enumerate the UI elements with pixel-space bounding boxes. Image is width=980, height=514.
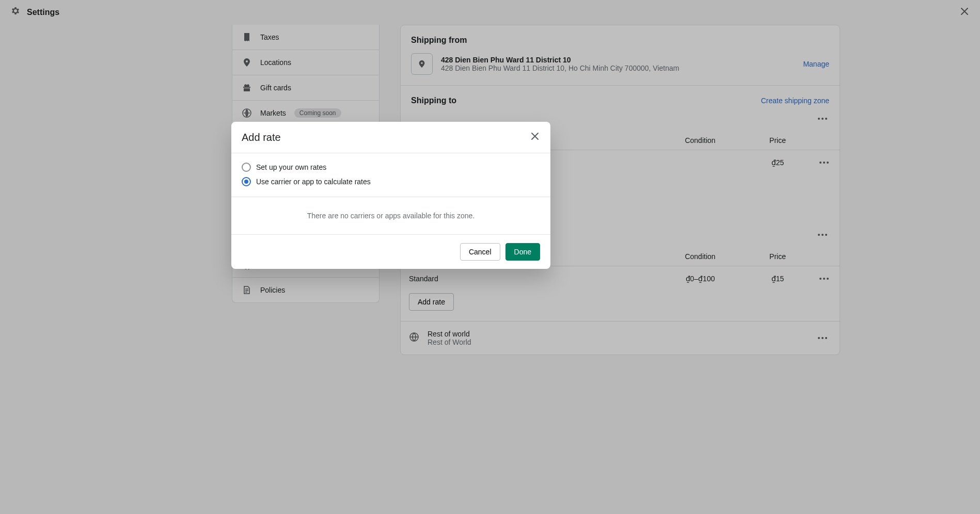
cancel-button[interactable]: Cancel: [460, 243, 500, 261]
modal-title: Add rate: [242, 132, 281, 143]
radio-icon: [242, 163, 251, 172]
done-button[interactable]: Done: [505, 243, 540, 261]
radio-carrier-rates[interactable]: Use carrier or app to calculate rates: [242, 177, 540, 186]
radio-label: Set up your own rates: [256, 163, 326, 171]
radio-icon: [242, 177, 251, 186]
no-carriers-message: There are no carriers or apps available …: [231, 197, 550, 234]
modal-close-button[interactable]: [530, 131, 540, 143]
add-rate-modal: Add rate Set up your own rates Use carri…: [231, 122, 550, 269]
radio-own-rates[interactable]: Set up your own rates: [242, 163, 540, 172]
radio-label: Use carrier or app to calculate rates: [256, 178, 371, 186]
